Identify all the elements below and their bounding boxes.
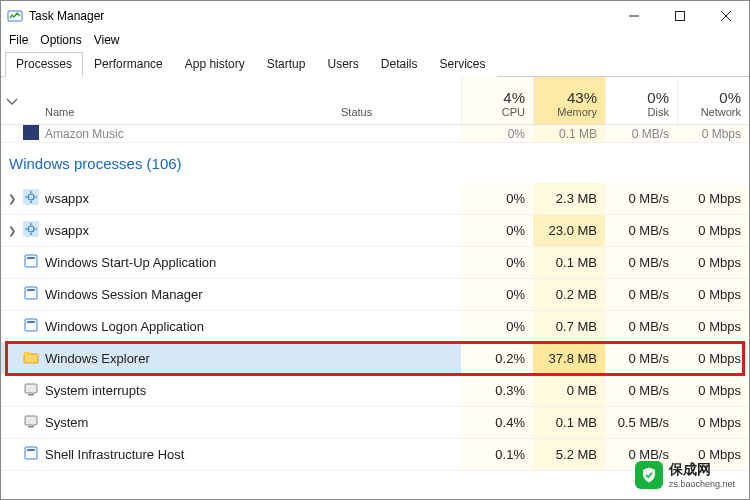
tab-processes[interactable]: Processes	[5, 52, 83, 77]
cpu-cell: 0.2%	[461, 343, 533, 374]
menu-view[interactable]: View	[94, 33, 120, 47]
cpu-cell: 0%	[461, 311, 533, 342]
svg-rect-18	[25, 255, 37, 267]
table-row[interactable]: Windows Explorer0.2%37.8 MB0 MB/s0 Mbps	[1, 343, 749, 375]
group-header-windows-processes[interactable]: Windows processes (106)	[1, 143, 749, 183]
expand-chevron-icon[interactable]: ❯	[1, 225, 23, 236]
process-name: wsappx	[45, 223, 89, 238]
network-cell: 0 Mbps	[677, 375, 749, 406]
svg-rect-31	[27, 449, 35, 451]
disk-cell: 0 MB/s	[605, 125, 677, 142]
tab-users[interactable]: Users	[316, 52, 369, 77]
process-icon	[23, 349, 43, 368]
network-cell: 0 Mbps	[677, 215, 749, 246]
memory-cell: 0.7 MB	[533, 311, 605, 342]
svg-rect-24	[24, 354, 38, 363]
svg-rect-19	[27, 257, 35, 259]
cpu-cell: 0.1%	[461, 439, 533, 470]
cpu-cell: 0.3%	[461, 375, 533, 406]
watermark: 保成网 zs.baocheng.net	[629, 457, 741, 493]
column-header-status[interactable]: Status	[341, 106, 461, 124]
cpu-cell: 0.4%	[461, 407, 533, 438]
network-cell: 0 Mbps	[677, 279, 749, 310]
disk-usage-pct: 0%	[647, 89, 669, 106]
network-cell: 0 Mbps	[677, 407, 749, 438]
window-title: Task Manager	[29, 9, 104, 23]
process-icon	[23, 253, 43, 272]
disk-cell: 0 MB/s	[605, 279, 677, 310]
expand-chevron-icon[interactable]: ❯	[1, 193, 23, 204]
menu-bar: File Options View	[1, 31, 749, 51]
column-header-cpu[interactable]: 4% CPU	[461, 77, 533, 124]
svg-rect-26	[25, 384, 37, 393]
svg-rect-25	[24, 352, 30, 355]
cpu-cell: 0%	[461, 125, 533, 142]
column-header-network[interactable]: 0% Network	[677, 77, 749, 124]
svg-rect-5	[23, 125, 39, 140]
close-button[interactable]	[703, 1, 749, 31]
memory-cell: 0.1 MB	[533, 125, 605, 142]
column-header-name[interactable]: Name	[43, 106, 341, 124]
table-row[interactable]: System interrupts0.3%0 MB0 MB/s0 Mbps	[1, 375, 749, 407]
table-row[interactable]: Windows Logon Application0%0.7 MB0 MB/s0…	[1, 311, 749, 343]
column-headers: Name Status 4% CPU 43% Memory 0% Disk 0%…	[1, 77, 749, 125]
network-cell: 0 Mbps	[677, 183, 749, 214]
window-controls	[611, 1, 749, 31]
title-bar: Task Manager	[1, 1, 749, 31]
process-name: System interrupts	[45, 383, 146, 398]
cpu-cell: 0%	[461, 279, 533, 310]
disk-cell: 0 MB/s	[605, 215, 677, 246]
table-row[interactable]: Windows Start-Up Application0%0.1 MB0 MB…	[1, 247, 749, 279]
cpu-cell: 0%	[461, 247, 533, 278]
watermark-sub: zs.baocheng.net	[669, 479, 735, 489]
tab-performance[interactable]: Performance	[83, 52, 174, 77]
menu-file[interactable]: File	[9, 33, 28, 47]
process-icon	[23, 445, 43, 464]
process-icon	[23, 413, 43, 432]
disk-cell: 0 MB/s	[605, 183, 677, 214]
process-name: wsappx	[45, 191, 89, 206]
process-name: Windows Explorer	[45, 351, 150, 366]
menu-options[interactable]: Options	[40, 33, 81, 47]
network-cell: 0 Mbps	[677, 125, 749, 142]
process-name: Shell Infrastructure Host	[45, 447, 184, 462]
svg-rect-21	[27, 289, 35, 291]
cpu-usage-pct: 4%	[503, 89, 525, 106]
process-icon	[23, 221, 43, 240]
process-icon	[23, 381, 43, 400]
column-header-memory[interactable]: 43% Memory	[533, 77, 605, 124]
memory-usage-pct: 43%	[567, 89, 597, 106]
memory-cell: 37.8 MB	[533, 343, 605, 374]
tab-strip: Processes Performance App history Startu…	[1, 51, 749, 77]
memory-cell: 0 MB	[533, 375, 605, 406]
table-row[interactable]: Amazon Music0%0.1 MB0 MB/s0 Mbps	[1, 125, 749, 143]
svg-rect-30	[25, 447, 37, 459]
memory-cell: 0.1 MB	[533, 247, 605, 278]
cpu-cell: 0%	[461, 215, 533, 246]
sort-indicator[interactable]	[1, 77, 23, 124]
tab-app-history[interactable]: App history	[174, 52, 256, 77]
network-cell: 0 Mbps	[677, 311, 749, 342]
watermark-text: 保成网	[669, 461, 735, 479]
process-icon	[23, 285, 43, 304]
table-row[interactable]: ❯wsappx0%23.0 MB0 MB/s0 Mbps	[1, 215, 749, 247]
process-name: Windows Session Manager	[45, 287, 203, 302]
shield-icon	[635, 461, 663, 489]
minimize-button[interactable]	[611, 1, 657, 31]
table-row[interactable]: ❯wsappx0%2.3 MB0 MB/s0 Mbps	[1, 183, 749, 215]
tab-startup[interactable]: Startup	[256, 52, 317, 77]
tab-details[interactable]: Details	[370, 52, 429, 77]
column-header-disk[interactable]: 0% Disk	[605, 77, 677, 124]
svg-rect-22	[25, 319, 37, 331]
memory-cell: 2.3 MB	[533, 183, 605, 214]
table-row[interactable]: System0.4%0.1 MB0.5 MB/s0 Mbps	[1, 407, 749, 439]
table-row[interactable]: Windows Session Manager0%0.2 MB0 MB/s0 M…	[1, 279, 749, 311]
tab-services[interactable]: Services	[429, 52, 497, 77]
disk-cell: 0 MB/s	[605, 343, 677, 374]
svg-rect-29	[28, 426, 34, 428]
network-cell: 0 Mbps	[677, 247, 749, 278]
process-name: Windows Logon Application	[45, 319, 204, 334]
process-list[interactable]: Amazon Music0%0.1 MB0 MB/s0 MbpsWindows …	[1, 125, 749, 471]
disk-cell: 0 MB/s	[605, 311, 677, 342]
maximize-button[interactable]	[657, 1, 703, 31]
